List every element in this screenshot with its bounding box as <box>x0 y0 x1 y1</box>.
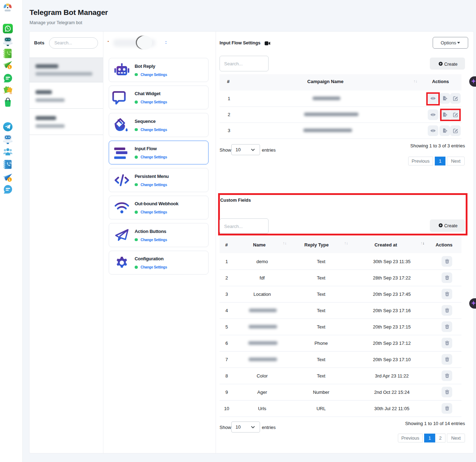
svg-text:1: 1 <box>9 65 10 69</box>
svg-text:1: 1 <box>9 178 10 181</box>
